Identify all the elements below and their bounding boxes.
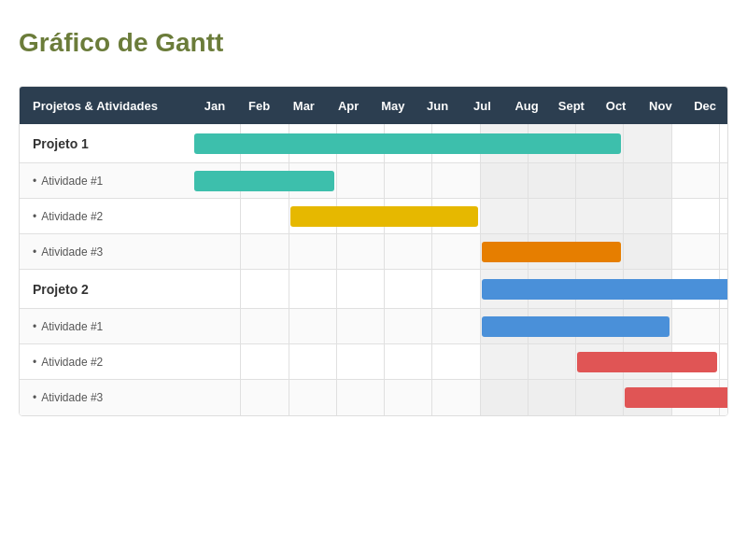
gantt-bar-yellow bbox=[290, 206, 478, 227]
grid-line bbox=[528, 199, 529, 233]
grid-line bbox=[240, 270, 241, 308]
grid-line bbox=[289, 199, 289, 233]
header-month-jul: Jul bbox=[460, 99, 505, 113]
bullet-icon: • bbox=[33, 356, 36, 369]
grid-line bbox=[528, 380, 529, 415]
grid-line bbox=[719, 163, 720, 198]
gantt-bar-teal bbox=[194, 171, 334, 191]
grid-line bbox=[384, 270, 385, 308]
project-label: Projeto 1 bbox=[20, 136, 192, 151]
header-month-jun: Jun bbox=[416, 99, 460, 113]
header-month-jan: Jan bbox=[192, 99, 237, 113]
chart-area bbox=[192, 163, 727, 198]
grid-line bbox=[384, 380, 385, 415]
grid-line bbox=[528, 163, 529, 198]
grid-line bbox=[623, 163, 624, 198]
grid-line bbox=[336, 309, 337, 343]
grid-line bbox=[719, 234, 720, 269]
grid-line bbox=[431, 270, 432, 308]
activity-label: •Atividade #1 bbox=[20, 320, 192, 333]
grid-line bbox=[431, 380, 432, 415]
grid-line bbox=[480, 309, 481, 343]
grid-line bbox=[336, 163, 337, 198]
grid-line bbox=[336, 270, 337, 308]
grid-line bbox=[671, 234, 672, 269]
chart-area bbox=[192, 124, 727, 162]
grid-line bbox=[480, 199, 481, 233]
gantt-bar-blue bbox=[482, 316, 669, 337]
header-month-apr: Apr bbox=[326, 99, 371, 113]
activity-label: •Atividade #3 bbox=[20, 245, 192, 259]
grid-line bbox=[575, 199, 576, 233]
activity-label: •Atividade #2 bbox=[20, 210, 192, 223]
grid-line bbox=[289, 309, 289, 343]
bullet-icon: • bbox=[33, 320, 36, 333]
grid-line bbox=[384, 234, 385, 269]
grid-line bbox=[289, 344, 289, 379]
grid-line bbox=[480, 163, 481, 198]
grid-line bbox=[431, 163, 432, 198]
project-row: Projeto 1 bbox=[20, 124, 727, 163]
grid-line bbox=[671, 124, 672, 162]
activity-row: •Atividade #1 bbox=[20, 163, 727, 199]
grid-line bbox=[289, 270, 289, 308]
activity-row: •Atividade #2 bbox=[20, 344, 727, 380]
bullet-icon: • bbox=[33, 175, 36, 188]
chart-area bbox=[192, 344, 727, 379]
grid-line bbox=[336, 344, 337, 379]
page-container: Gráfico de Gantt Projetos & Atividades J… bbox=[0, 0, 747, 435]
page-title: Gráfico de Gantt bbox=[19, 28, 728, 58]
gantt-bar-blue bbox=[482, 279, 729, 300]
gantt-bar-teal bbox=[194, 133, 621, 154]
bullet-icon: • bbox=[33, 210, 36, 223]
grid-line bbox=[480, 234, 481, 269]
header-month-aug: Aug bbox=[504, 99, 549, 113]
activity-row: •Atividade #3 bbox=[20, 234, 727, 270]
grid-line bbox=[480, 344, 481, 379]
grid-line bbox=[480, 380, 481, 415]
gantt-header: Projetos & Atividades JanFebMarAprMayJun… bbox=[20, 87, 727, 124]
chart-area bbox=[192, 380, 727, 415]
gantt-bar-orange bbox=[482, 242, 622, 262]
grid-line bbox=[719, 344, 720, 379]
grid-line bbox=[431, 234, 432, 269]
grid-line bbox=[719, 199, 720, 233]
grid-line bbox=[240, 344, 241, 379]
chart-area bbox=[192, 234, 727, 269]
grid-line bbox=[289, 234, 289, 269]
activity-row: •Atividade #3 bbox=[20, 380, 727, 415]
activity-row: •Atividade #2 bbox=[20, 199, 727, 234]
bullet-icon: • bbox=[33, 245, 36, 259]
grid-line bbox=[575, 163, 576, 198]
header-month-feb: Feb bbox=[237, 99, 282, 113]
grid-line bbox=[623, 380, 624, 415]
chart-area bbox=[192, 199, 727, 233]
grid-line bbox=[480, 270, 481, 308]
grid-line bbox=[575, 380, 576, 415]
grid-line bbox=[431, 309, 432, 343]
activity-label: •Atividade #2 bbox=[20, 356, 192, 369]
grid-line bbox=[384, 344, 385, 379]
header-month-nov: Nov bbox=[639, 99, 684, 113]
project-row: Projeto 2 bbox=[20, 270, 727, 309]
grid-line bbox=[719, 124, 720, 162]
chart-area bbox=[192, 309, 727, 343]
grid-line bbox=[431, 344, 432, 379]
activity-label: •Atividade #3 bbox=[20, 391, 192, 404]
header-month-oct: Oct bbox=[594, 99, 639, 113]
grid-line bbox=[671, 199, 672, 233]
header-month-may: May bbox=[371, 99, 416, 113]
grid-line bbox=[528, 344, 529, 379]
bullet-icon: • bbox=[33, 391, 36, 404]
header-label: Projetos & Atividades bbox=[20, 99, 192, 113]
grid-line bbox=[384, 309, 385, 343]
project-label: Projeto 2 bbox=[20, 282, 192, 297]
grid-line bbox=[240, 199, 241, 233]
grid-line bbox=[240, 309, 241, 343]
gantt-bar-red bbox=[625, 387, 728, 408]
grid-line bbox=[336, 234, 337, 269]
grid-line bbox=[336, 380, 337, 415]
header-month-mar: Mar bbox=[282, 99, 327, 113]
grid-line bbox=[289, 380, 289, 415]
activity-label: •Atividade #1 bbox=[20, 175, 192, 188]
